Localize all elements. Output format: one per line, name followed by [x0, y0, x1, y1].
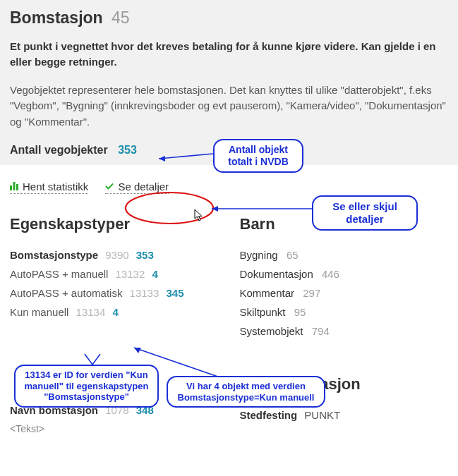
stats-link[interactable]: Hent statistikk [10, 181, 88, 194]
prop-count[interactable]: 353 [136, 249, 154, 261]
child-row[interactable]: Dokumentasjon 446 [240, 268, 449, 280]
stats-label: Hent statistikk [23, 181, 88, 193]
stedfesting-row: Stedfesting PUNKT [240, 409, 449, 421]
type-id: 45 [112, 8, 130, 27]
prop-label: Bomstasjonstype [10, 249, 98, 261]
svg-rect-2 [16, 184, 18, 190]
bar-chart-icon [10, 181, 18, 193]
callout-details: Se eller skjul detaljer [312, 195, 418, 231]
prop-row: AutoPASS + manuell 13132 4 [10, 268, 219, 280]
prop-id: 13134 [76, 306, 106, 318]
child-row[interactable]: Kommentar 297 [240, 287, 449, 299]
check-icon [105, 181, 114, 193]
svg-rect-1 [13, 182, 16, 190]
child-row[interactable]: Skiltpunkt 95 [240, 306, 449, 318]
child-label: Kommentar [240, 287, 295, 299]
details-toggle[interactable]: Se detaljer [105, 181, 169, 194]
prop-row: AutoPASS + automatisk 13133 345 [10, 287, 219, 299]
prop-count[interactable]: 345 [166, 287, 183, 299]
count-label: Antall vegobjekter [10, 144, 108, 156]
stedfesting-value: PUNKT [304, 409, 340, 421]
child-count: 65 [287, 249, 299, 261]
callout-id: 13134 er ID for verdien "Kun manuell" ti… [14, 365, 159, 408]
child-label: Systemobjekt [240, 325, 303, 337]
child-count: 794 [312, 325, 330, 337]
child-count: 95 [294, 306, 306, 318]
page-title: Bomstasjon 45 [10, 8, 448, 28]
child-count: 446 [322, 268, 339, 280]
prop-label: AutoPASS + manuell [10, 268, 108, 280]
title-text: Bomstasjon [10, 8, 103, 27]
prop-count[interactable]: 4 [112, 306, 118, 318]
callout-count: Vi har 4 objekt med verdien Bomstasjonst… [167, 376, 325, 408]
child-label: Bygning [240, 249, 278, 261]
child-row[interactable]: Systemobjekt 794 [240, 325, 449, 337]
props-heading: Egenskapstyper [10, 215, 219, 233]
child-label: Skiltpunkt [240, 306, 286, 318]
svg-rect-0 [10, 185, 12, 190]
child-row[interactable]: Bygning 65 [240, 249, 449, 261]
prop-label: Kun manuell [10, 306, 68, 318]
details-label: Se detaljer [118, 181, 169, 193]
prop-row: Bomstasjonstype 9390 353 [10, 249, 219, 261]
prop-id: 13132 [116, 268, 145, 280]
prop-id: 13133 [130, 287, 159, 299]
callout-total: Antall objekt totalt i NVDB [213, 139, 303, 173]
stedfesting-label: Stedfesting [240, 409, 298, 421]
description-plain: Vegobjektet representerer hele bomstasjo… [10, 83, 448, 130]
prop-count[interactable]: 4 [152, 268, 157, 280]
count-value[interactable]: 353 [118, 144, 137, 156]
child-label: Dokumentasjon [240, 268, 313, 280]
prop-label: AutoPASS + automatisk [10, 287, 122, 299]
prop-id: 9390 [105, 249, 128, 261]
description-bold: Et punkt i vegnettet hvor det kreves bet… [10, 39, 448, 70]
cursor-icon [194, 209, 204, 224]
prop-type: <Tekst> [10, 423, 219, 434]
child-count: 297 [303, 287, 320, 299]
prop-row: Kun manuell 13134 4 [10, 306, 219, 318]
